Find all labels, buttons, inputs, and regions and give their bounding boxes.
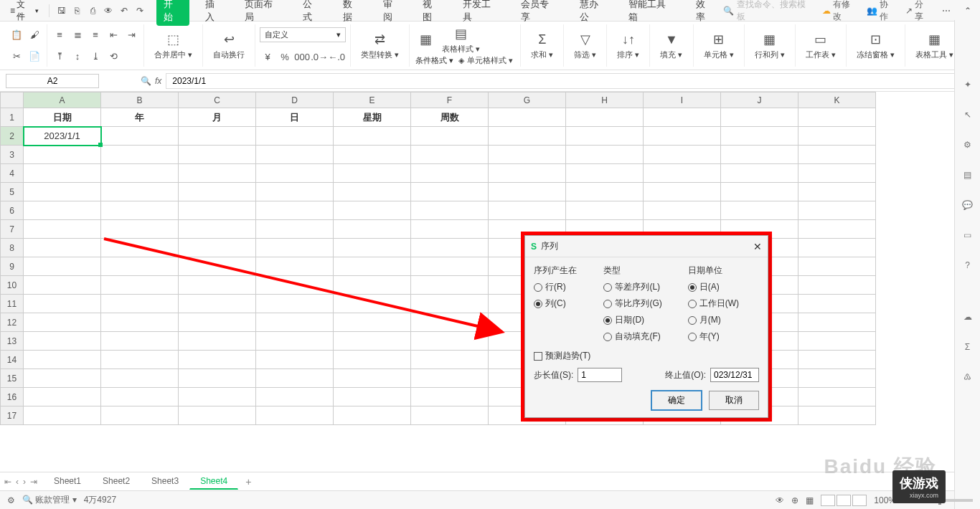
cell-K6[interactable] [798,201,876,220]
col-header-D[interactable]: D [256,92,334,108]
cell-F6[interactable] [411,201,489,220]
radio-day[interactable]: 日(A) [688,281,759,293]
cell-B1[interactable]: 年 [101,108,179,127]
row-header-3[interactable]: 3 [1,146,24,164]
cell-F12[interactable] [411,313,489,332]
cell-A17[interactable] [24,406,101,425]
cell-E10[interactable] [334,276,411,295]
cells-button[interactable]: ⊞单元格 ▾ [698,29,740,62]
sheet-tab-sheet1[interactable]: Sheet1 [43,473,92,490]
filter-button[interactable]: ▽筛选 ▾ [568,29,602,62]
cell-H4[interactable] [566,164,644,183]
row-header-6[interactable]: 6 [1,201,24,220]
menu-tab-7[interactable]: 开发工具 [457,0,505,27]
cell-B15[interactable] [101,369,179,388]
side-chat-icon[interactable]: 💬 [961,198,975,212]
cell-K7[interactable] [798,220,876,239]
col-header-A[interactable]: A [24,92,101,108]
eye-icon[interactable]: 👁 [776,495,784,505]
dec-dec-icon[interactable]: ←.0 [329,50,344,65]
undo-icon[interactable]: ↶ [118,4,131,17]
cell-E12[interactable] [334,313,411,332]
cell-A10[interactable] [24,276,101,295]
cell-A5[interactable] [24,183,101,201]
grid-icon[interactable]: ▦ [806,495,814,505]
row-header-5[interactable]: 5 [1,183,24,201]
cell-C17[interactable] [179,406,256,425]
side-template-icon[interactable]: ▭ [961,228,975,242]
radio-date[interactable]: 日期(D) [603,314,682,326]
cell-F14[interactable] [411,351,489,369]
radio-year[interactable]: 年(Y) [688,330,759,343]
zoom-value[interactable]: 100% [874,495,896,505]
cell-K2[interactable] [798,127,876,146]
sum-button[interactable]: Σ求和 ▾ [525,29,559,62]
print-icon[interactable]: ⎙ [86,4,99,17]
collab-link[interactable]: 👥协作 [867,0,897,23]
checkbox-trend[interactable]: 预测趋势(T) [534,350,759,362]
cell-E7[interactable] [334,220,411,239]
row-header-15[interactable]: 15 [1,369,24,388]
cell-B16[interactable] [101,388,179,406]
side-tree-icon[interactable]: ♳ [961,370,975,384]
cell-K17[interactable] [798,406,876,425]
copy-icon[interactable]: 📄 [27,49,42,63]
cell-B5[interactable] [101,183,179,201]
cell-A12[interactable] [24,313,101,332]
cell-B4[interactable] [101,164,179,183]
cell-D4[interactable] [256,164,334,183]
cell-K10[interactable] [798,276,876,295]
focus-icon[interactable]: ⊕ [791,495,798,505]
number-format-combo[interactable]: 自定义▾ [260,27,346,42]
valign-mid-icon[interactable]: ↕ [70,49,85,63]
row-header-8[interactable]: 8 [1,239,24,257]
zoom-formula-icon[interactable]: 🔍 [139,75,152,87]
cell-K9[interactable] [798,257,876,276]
fx-icon[interactable]: fx [155,76,161,86]
cell-B13[interactable] [101,332,179,351]
menu-tab-0[interactable]: 开始 [156,0,189,26]
percent-icon[interactable]: % [277,50,293,65]
freeze-button[interactable]: ⊡冻结窗格 ▾ [851,29,900,62]
cell-C6[interactable] [179,201,256,220]
cell-D17[interactable] [256,406,334,425]
cell-C12[interactable] [179,313,256,332]
col-header-H[interactable]: H [566,92,644,108]
fill-handle[interactable] [98,143,103,147]
menu-tab-5[interactable]: 审阅 [377,0,407,27]
col-header-C[interactable]: C [179,92,256,108]
file-menu[interactable]: ≡文件▾ [6,0,43,24]
cell-J4[interactable] [721,164,798,183]
cell-D13[interactable] [256,332,334,351]
cell-B7[interactable] [101,220,179,239]
cut-icon[interactable]: ✂ [9,49,24,63]
cell-D6[interactable] [256,201,334,220]
cell-D8[interactable] [256,239,334,257]
close-icon[interactable]: ✕ [753,241,762,252]
side-backup-icon[interactable]: ☁ [961,310,975,324]
row-header-7[interactable]: 7 [1,220,24,239]
cell-C14[interactable] [179,351,256,369]
cell-H2[interactable] [566,127,644,146]
cell-C10[interactable] [179,276,256,295]
more-icon[interactable]: ⋯ [940,4,953,17]
cell-A16[interactable] [24,388,101,406]
cell-E8[interactable] [334,239,411,257]
cell-I5[interactable] [644,183,721,201]
cell-J3[interactable] [721,146,798,164]
side-help-icon[interactable]: ? [961,258,975,272]
menu-tab-1[interactable]: 插入 [199,0,230,27]
row-header-12[interactable]: 12 [1,313,24,332]
cell-K1[interactable] [798,108,876,127]
cell-F2[interactable] [411,127,489,146]
cell-F4[interactable] [411,164,489,183]
menu-tab-11[interactable]: 效率 [690,0,720,27]
cell-F15[interactable] [411,369,489,388]
cell-E14[interactable] [334,351,411,369]
cell-E6[interactable] [334,201,411,220]
cell-C2[interactable] [179,127,256,146]
orientation-icon[interactable]: ⟲ [105,49,121,63]
worksheet-button[interactable]: ▭工作表 ▾ [800,29,842,62]
cond-format-button[interactable]: ▦ [414,31,437,48]
add-sheet-button[interactable]: + [240,476,257,487]
